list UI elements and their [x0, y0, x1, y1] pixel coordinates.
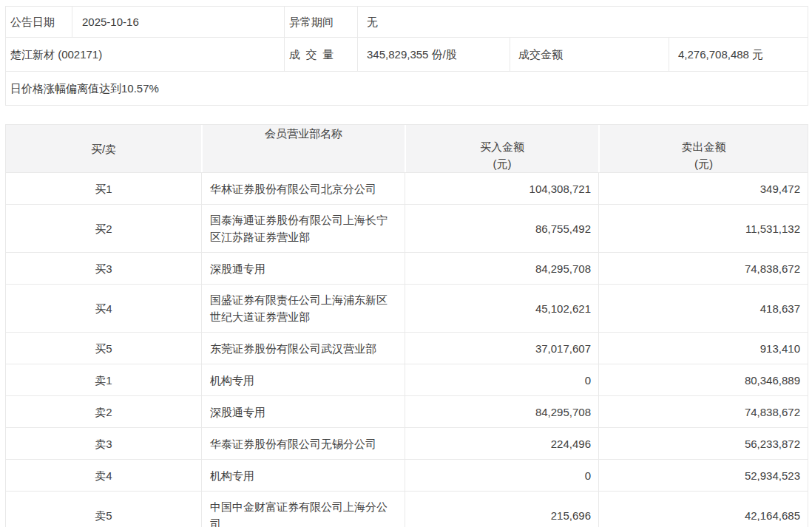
header-sell-amount: 卖出金额 (元)	[598, 125, 808, 172]
sell-amount-cell: 418,637	[598, 285, 808, 332]
side-cell: 卖4	[6, 460, 201, 491]
header-sell-line2: (元)	[694, 155, 713, 172]
side-cell: 卖3	[6, 428, 201, 459]
abnormal-period-label: 异常期间	[284, 7, 357, 37]
branch-cell: 机构专用	[201, 460, 405, 491]
buy-amount-cell: 45,102,621	[405, 285, 598, 332]
side-cell: 卖2	[6, 396, 201, 427]
buy-amount-cell: 0	[405, 364, 598, 395]
side-cell: 买3	[6, 253, 201, 284]
volume-label-text: 成交量	[289, 47, 334, 62]
header-buy-line1: 买入金额	[480, 138, 524, 155]
sell-amount-cell: 56,233,872	[598, 428, 808, 459]
buy-amount-cell: 224,496	[405, 428, 598, 459]
volume-label: 成交量	[284, 38, 357, 71]
buy-amount-cell: 0	[405, 460, 598, 491]
buy-amount-cell: 37,017,607	[405, 333, 598, 364]
header-buy-line2: (元)	[493, 155, 512, 172]
announce-date-value: 2025-10-16	[72, 7, 284, 37]
buy-amount-cell: 215,696	[405, 492, 598, 527]
header-buy-amount: 买入金额 (元)	[405, 125, 598, 172]
side-cell: 买2	[6, 205, 201, 252]
buy-amount-cell: 86,755,492	[405, 205, 598, 252]
side-cell: 卖1	[6, 364, 201, 395]
table-row: 卖1 机构专用 0 80,346,889	[6, 364, 808, 395]
table-body: 买1 华林证券股份有限公司北京分公司 104,308,721 349,472 买…	[6, 172, 808, 527]
header-side: 买/卖	[6, 125, 201, 172]
announce-date-label: 公告日期	[6, 7, 72, 37]
branch-cell: 东莞证券股份有限公司武汉营业部	[201, 333, 405, 364]
header-sell-line1: 卖出金额	[682, 138, 726, 155]
side-cell: 买5	[6, 333, 201, 364]
table-row: 买1 华林证券股份有限公司北京分公司 104,308,721 349,472	[6, 172, 808, 204]
side-cell: 买1	[6, 173, 201, 204]
summary-panel: 公告日期 2025-10-16 异常期间 无 楚江新材 (002171) 成交量…	[5, 6, 808, 106]
sell-amount-cell: 74,838,672	[598, 396, 808, 427]
sell-amount-cell: 349,472	[598, 173, 808, 204]
sell-amount-cell: 913,410	[598, 333, 808, 364]
table-row: 卖3 华泰证券股份有限公司无锡分公司 224,496 56,233,872	[6, 427, 808, 459]
trading-disclosure-page: 公告日期 2025-10-16 异常期间 无 楚江新材 (002171) 成交量…	[0, 0, 812, 527]
sell-amount-cell: 11,531,132	[598, 205, 808, 252]
table-header: 买/卖 会员营业部名称 买入金额 (元) 卖出金额 (元)	[6, 125, 808, 172]
summary-row-reason: 日价格涨幅偏离值达到10.57%	[6, 71, 808, 105]
buy-amount-cell: 104,308,721	[405, 173, 598, 204]
sell-amount-cell: 74,838,672	[598, 253, 808, 284]
turnover-label: 成交金额	[510, 38, 669, 71]
listing-reason: 日价格涨幅偏离值达到10.57%	[6, 72, 808, 105]
buy-amount-cell: 84,295,708	[405, 396, 598, 427]
side-cell: 卖5	[6, 492, 201, 527]
summary-row-date: 公告日期 2025-10-16 异常期间 无	[6, 7, 808, 37]
table-row: 卖5 中国中金财富证券有限公司上海分公司 215,696 42,164,685	[6, 491, 808, 527]
branch-cell: 国盛证券有限责任公司上海浦东新区世纪大道证券营业部	[201, 285, 405, 332]
abnormal-period-value: 无	[357, 7, 808, 37]
branch-cell: 中国中金财富证券有限公司上海分公司	[201, 492, 405, 527]
table-row: 买5 东莞证券股份有限公司武汉营业部 37,017,607 913,410	[6, 332, 808, 364]
branch-cell: 华林证券股份有限公司北京分公司	[201, 173, 405, 204]
table-row: 买3 深股通专用 84,295,708 74,838,672	[6, 252, 808, 284]
branch-cell: 机构专用	[201, 364, 405, 395]
broker-table: 买/卖 会员营业部名称 买入金额 (元) 卖出金额 (元) 买1 华林证券股份有…	[5, 124, 808, 527]
summary-row-volume: 楚江新材 (002171) 成交量 345,829,355 份/股 成交金额 4…	[6, 37, 808, 71]
sell-amount-cell: 80,346,889	[598, 364, 808, 395]
turnover-value: 4,276,708,488 元	[669, 38, 808, 71]
side-cell: 买4	[6, 285, 201, 332]
branch-cell: 深股通专用	[201, 253, 405, 284]
sell-amount-cell: 52,934,523	[598, 460, 808, 491]
branch-cell: 深股通专用	[201, 396, 405, 427]
table-row: 卖2 深股通专用 84,295,708 74,838,672	[6, 395, 808, 427]
table-row: 买2 国泰海通证券股份有限公司上海长宁区江苏路证券营业部 86,755,492 …	[6, 204, 808, 252]
branch-cell: 国泰海通证券股份有限公司上海长宁区江苏路证券营业部	[201, 205, 405, 252]
buy-amount-cell: 84,295,708	[405, 253, 598, 284]
header-branch: 会员营业部名称	[201, 125, 405, 172]
branch-cell: 华泰证券股份有限公司无锡分公司	[201, 428, 405, 459]
volume-value: 345,829,355 份/股	[357, 38, 510, 71]
table-row: 买4 国盛证券有限责任公司上海浦东新区世纪大道证券营业部 45,102,621 …	[6, 284, 808, 332]
stock-name: 楚江新材 (002171)	[6, 38, 284, 71]
table-row: 卖4 机构专用 0 52,934,523	[6, 459, 808, 491]
sell-amount-cell: 42,164,685	[598, 492, 808, 527]
